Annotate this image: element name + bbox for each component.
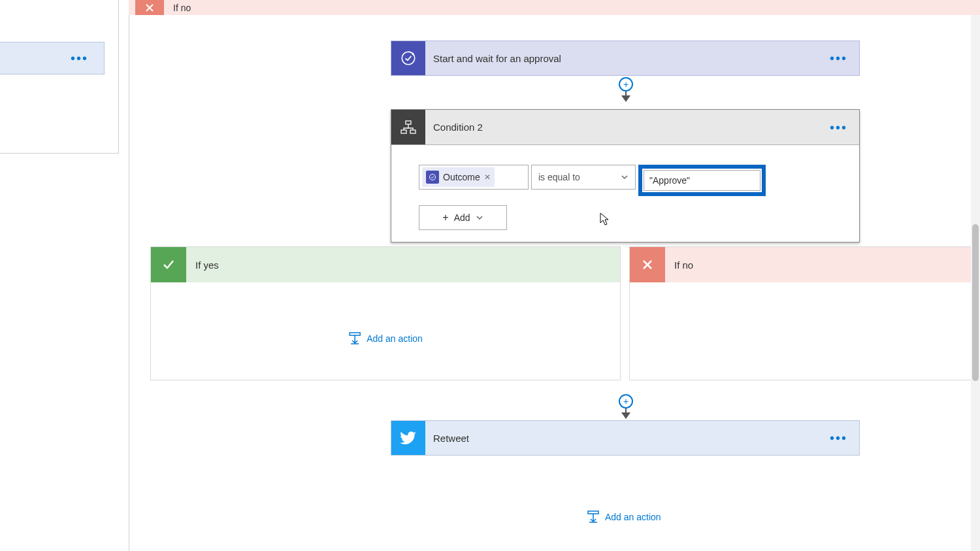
outcome-token-label: Outcome bbox=[443, 172, 480, 182]
plus-icon: + bbox=[442, 212, 448, 223]
if-yes-label: If yes bbox=[186, 259, 219, 271]
retweet-more-icon[interactable]: ••• bbox=[830, 431, 859, 444]
check-icon bbox=[151, 247, 186, 282]
outcome-token[interactable]: Outcome ✕ bbox=[422, 167, 495, 187]
chevron-down-icon bbox=[476, 214, 483, 222]
add-condition-button[interactable]: + Add bbox=[419, 205, 507, 230]
add-step-icon[interactable]: + bbox=[619, 394, 633, 409]
svg-rect-2 bbox=[406, 121, 411, 124]
if-no-label-top: If no bbox=[164, 3, 191, 13]
if-no-label: If no bbox=[665, 259, 693, 271]
condition-more-icon[interactable]: ••• bbox=[830, 121, 859, 134]
twitter-icon bbox=[391, 421, 425, 455]
operator-label: is equal to bbox=[538, 172, 580, 182]
if-no-branch: If no Add an action bbox=[629, 246, 980, 380]
condition-icon bbox=[391, 110, 425, 144]
add-label: Add bbox=[454, 212, 470, 223]
if-yes-header: If yes bbox=[151, 247, 620, 282]
condition-expression-row: Outcome ✕ is equal to "Approve" bbox=[419, 165, 832, 196]
svg-rect-3 bbox=[401, 130, 406, 133]
condition-value-highlight: "Approve" bbox=[638, 165, 766, 196]
approval-title: Start and wait for an approval bbox=[425, 53, 830, 64]
if-no-header: If no bbox=[630, 247, 980, 282]
condition-title: Condition 2 bbox=[425, 122, 830, 133]
condition-value-text: "Approve" bbox=[649, 175, 690, 186]
scrollbar-thumb[interactable] bbox=[972, 224, 979, 381]
add-action-icon bbox=[348, 332, 361, 345]
left-mini-card[interactable]: ••• bbox=[0, 42, 105, 75]
retweet-title: Retweet bbox=[425, 433, 830, 444]
bottom-add-action[interactable]: Add an action bbox=[587, 510, 661, 524]
flow-canvas: Start and wait for an approval ••• + bbox=[129, 15, 980, 551]
if-yes-branch: If yes Add an action bbox=[150, 246, 621, 380]
approval-more-icon[interactable]: ••• bbox=[830, 52, 859, 65]
close-icon bbox=[135, 0, 164, 15]
chevron-down-icon bbox=[621, 173, 629, 181]
condition-step: Condition 2 ••• Outcome ✕ bbox=[391, 109, 860, 242]
left-partial-panel: ••• bbox=[0, 0, 119, 154]
condition-header[interactable]: Condition 2 ••• bbox=[391, 110, 859, 145]
condition-left-operand[interactable]: Outcome ✕ bbox=[419, 165, 529, 190]
if-yes-add-action[interactable]: Add an action bbox=[348, 332, 423, 345]
svg-rect-8 bbox=[588, 511, 598, 514]
add-step-icon[interactable]: + bbox=[619, 77, 633, 92]
condition-value-input[interactable]: "Approve" bbox=[644, 170, 760, 191]
svg-rect-4 bbox=[410, 130, 416, 133]
condition-operator-select[interactable]: is equal to bbox=[531, 165, 636, 190]
if-no-banner-top: If no bbox=[129, 0, 980, 15]
connector-plus-1: + bbox=[617, 77, 635, 102]
condition-body: Outcome ✕ is equal to "Approve" bbox=[391, 145, 859, 242]
retweet-step[interactable]: Retweet ••• bbox=[391, 420, 860, 456]
add-action-icon bbox=[587, 510, 600, 524]
arrow-down-icon bbox=[621, 95, 630, 102]
token-approval-icon bbox=[426, 171, 439, 184]
more-icon[interactable]: ••• bbox=[71, 52, 88, 65]
svg-point-5 bbox=[430, 175, 436, 180]
arrow-down-icon bbox=[621, 412, 630, 419]
close-icon bbox=[630, 247, 665, 282]
approval-icon bbox=[391, 41, 425, 75]
connector-plus-2: + bbox=[617, 394, 635, 419]
bottom-add-action-label: Add an action bbox=[605, 512, 661, 522]
remove-token-icon[interactable]: ✕ bbox=[484, 173, 491, 182]
approval-step[interactable]: Start and wait for an approval ••• bbox=[391, 41, 860, 76]
if-yes-add-action-label: Add an action bbox=[367, 333, 423, 344]
svg-rect-6 bbox=[350, 333, 360, 335]
vertical-scrollbar[interactable] bbox=[971, 15, 980, 551]
